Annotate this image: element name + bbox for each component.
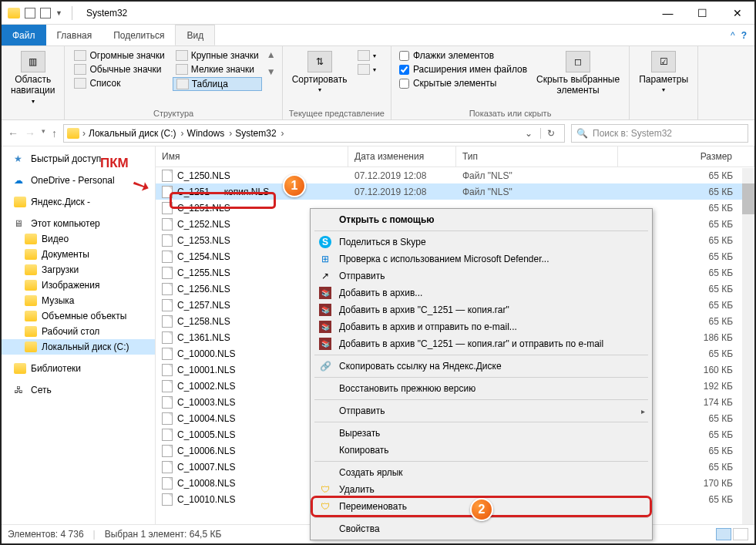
ctx-properties[interactable]: Свойства [313, 520, 650, 537]
ctx-skype[interactable]: SПоделиться в Skype [313, 234, 650, 251]
refresh-button[interactable]: ↻ [540, 128, 561, 139]
qat-button[interactable] [40, 8, 51, 19]
up-button[interactable]: ↑ [52, 127, 57, 140]
view-details-button[interactable] [716, 528, 731, 540]
search-input[interactable]: 🔍 Поиск в: System32 [571, 124, 748, 143]
tree-item[interactable]: Изображения [2, 278, 155, 293]
scroll-thumb[interactable] [742, 183, 754, 214]
ctx-cut[interactable]: Вырезать [313, 425, 650, 442]
layout-details[interactable]: Таблица [173, 77, 262, 91]
tree-item[interactable]: Музыка [2, 293, 155, 308]
layout-normal[interactable]: Обычные значки [71, 63, 167, 76]
folder-icon [8, 8, 20, 19]
add-columns-button[interactable]: ▾ [354, 49, 379, 62]
file-icon [162, 315, 173, 328]
crumb[interactable]: System32 [235, 128, 284, 139]
tree-yandex[interactable]: Яндекс.Диск - [2, 194, 155, 210]
view-icons-button[interactable] [733, 528, 748, 540]
tree-item[interactable]: Объемные объекты [2, 308, 155, 324]
sort-button[interactable]: ⇅Сортировать▾ [289, 49, 351, 96]
minimize-button[interactable]: — [650, 2, 685, 25]
pane-icon: ▥ [21, 51, 45, 72]
check-item-checkboxes[interactable]: Флажки элементов [398, 49, 529, 62]
folder-icon [25, 326, 37, 337]
ctx-open-with[interactable]: Открыть с помощью [313, 211, 650, 228]
ctx-archive-named-email[interactable]: 📚Добавить в архив "C_1251 — копия.rar" и… [313, 335, 650, 352]
ctx-copy[interactable]: Копировать [313, 442, 650, 459]
qat-dropdown[interactable]: ▼ [55, 9, 62, 17]
file-icon [162, 445, 173, 457]
check-hidden[interactable]: Скрытые элементы [398, 77, 529, 89]
pc-icon: 🖥 [14, 218, 26, 229]
maximize-button[interactable]: ☐ [685, 2, 720, 25]
shield-icon: 🛡 [319, 483, 331, 496]
ctx-archive-email[interactable]: 📚Добавить в архив и отправить по e-mail.… [313, 318, 650, 335]
file-icon [162, 299, 173, 311]
ctx-delete[interactable]: 🛡Удалить [313, 481, 650, 498]
crumb[interactable]: Windows [187, 128, 233, 139]
forward-button[interactable]: → [25, 127, 35, 140]
tree-network[interactable]: 🖧Сеть [2, 382, 155, 398]
tree-item[interactable]: Рабочий стол [2, 324, 155, 339]
ctx-prev-version[interactable]: Восстановить прежнюю версию [313, 380, 650, 397]
scrollbar[interactable] [742, 168, 754, 524]
skype-icon: S [319, 236, 331, 248]
check-extensions[interactable]: Расширения имен файлов [398, 63, 529, 76]
context-menu: Открыть с помощью SПоделиться в Skype ⊞П… [310, 208, 653, 540]
file-icon [162, 380, 173, 392]
col-type[interactable]: Тип [456, 146, 618, 167]
ctx-yandex-link[interactable]: 🔗Скопировать ссылку на Яндекс.Диске [313, 358, 650, 375]
ctx-send-to[interactable]: Отправить▸ [313, 402, 650, 419]
tree-item[interactable]: Видео [2, 231, 155, 247]
ctx-shortcut[interactable]: Создать ярлык [313, 464, 650, 481]
ctx-send[interactable]: ↗Отправить [313, 267, 650, 284]
file-row[interactable]: C_1250.NLS07.12.2019 12:08Файл "NLS"65 К… [156, 167, 754, 183]
col-size[interactable]: Размер [618, 146, 754, 167]
ctx-archive-named[interactable]: 📚Добавить в архив "C_1251 — копия.rar" [313, 301, 650, 318]
tab-home[interactable]: Главная [46, 25, 103, 45]
ctx-defender[interactable]: ⊞Проверка с использованием Microsoft Def… [313, 251, 650, 267]
options-button[interactable]: ☑Параметры▾ [636, 49, 691, 96]
tab-file[interactable]: Файл [2, 25, 46, 45]
layout-list[interactable]: Список [71, 77, 167, 89]
tree-item[interactable]: Локальный диск (C:) [2, 339, 155, 355]
tree-quick-access[interactable]: ★Быстрый доступ [2, 151, 155, 167]
hide-selected-button[interactable]: ◻Скрыть выбранные элементы [533, 49, 623, 98]
layout-huge[interactable]: Огромные значки [71, 49, 167, 62]
annotation-highlight [170, 192, 276, 209]
address-bar: ← → ▾ ↑ › Локальный диск (C:) Windows Sy… [2, 120, 754, 146]
navigation-pane-button[interactable]: ▥ Область навигации ▾ [8, 49, 58, 106]
file-icon [162, 429, 173, 441]
size-columns-button[interactable]: ▾ [354, 63, 379, 76]
collapse-ribbon-icon[interactable]: ^ [731, 30, 735, 41]
crumb[interactable]: Локальный диск (C:) [89, 128, 184, 139]
tree-item[interactable]: Документы [2, 247, 155, 262]
layout-small[interactable]: Мелкие значки [173, 63, 262, 76]
tree-item[interactable]: Загрузки [2, 262, 155, 278]
tab-view[interactable]: Вид [175, 25, 215, 45]
column-headers: Имя Дата изменения Тип Размер [156, 146, 754, 167]
drive-icon [67, 128, 79, 139]
file-icon [162, 218, 173, 230]
folder-icon [25, 341, 37, 352]
breadcrumb-bar[interactable]: › Локальный диск (C:) Windows System32 ⌄… [63, 124, 565, 143]
layout-large[interactable]: Крупные значки [173, 49, 262, 62]
ctx-archive-add[interactable]: 📚Добавить в архив... [313, 284, 650, 301]
defender-icon: ⊞ [319, 253, 331, 265]
cloud-icon: ☁ [14, 175, 26, 186]
close-button[interactable]: ✕ [720, 2, 754, 25]
tree-libraries[interactable]: Библиотеки [2, 361, 155, 376]
qat-button[interactable] [25, 8, 35, 19]
path-dropdown[interactable]: ⌄ [520, 128, 537, 139]
tab-share[interactable]: Поделиться [102, 25, 175, 45]
col-date[interactable]: Дата изменения [348, 146, 456, 167]
file-icon [162, 364, 173, 376]
back-button[interactable]: ← [8, 127, 18, 140]
tree-this-pc[interactable]: 🖥Этот компьютер [2, 216, 155, 231]
send-icon: ↗ [319, 270, 331, 282]
help-icon[interactable]: ? [741, 30, 747, 41]
recent-button[interactable]: ▾ [42, 127, 45, 140]
col-name[interactable]: Имя [156, 146, 348, 167]
group-label-layout: Структура [71, 107, 275, 118]
folder-icon [25, 249, 37, 260]
